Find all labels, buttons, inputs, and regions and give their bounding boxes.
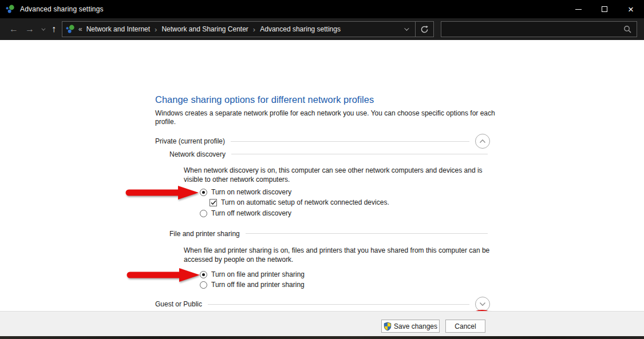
save-changes-button[interactable]: Save changes [381,320,440,333]
section-guest-or-public: Guest or Public [155,297,490,312]
search-icon[interactable] [623,25,632,34]
cancel-label: Cancel [455,322,476,330]
window-title: Advanced sharing settings [20,5,104,13]
maximize-icon [602,6,607,12]
option-label: Turn on network discovery [211,188,291,196]
file-printer-description: When file and printer sharing is on, fil… [184,246,500,264]
network-discovery-label: Network discovery [169,150,226,158]
subsection-divider-line [231,154,488,154]
radio-turn-on-network-discovery[interactable] [200,189,207,196]
up-button[interactable]: ↑ [47,18,61,40]
breadcrumb: « Network and Internet › Network and Sha… [62,21,416,37]
annotation-arrow-file-printer-sharing [125,268,202,282]
close-button[interactable]: × [618,0,644,18]
radio-turn-off-network-discovery[interactable] [200,210,207,217]
section-divider-line [208,304,469,305]
collapse-private-button[interactable] [475,134,490,149]
section-private: Private (current profile) [155,134,490,149]
annotation-arrow-network-discovery [124,185,200,200]
back-icon: ← [9,24,18,34]
breadcrumb-item-network-and-sharing-center[interactable]: Network and Sharing Center [161,25,248,33]
minimize-icon [575,9,582,10]
breadcrumb-collapse-icon[interactable]: « [78,25,82,33]
option-turn-on-network-discovery: Turn on network discovery [200,188,291,196]
breadcrumb-separator[interactable]: › [155,25,157,34]
option-automatic-setup: Turn on automatic setup of network conne… [210,198,389,206]
cancel-button[interactable]: Cancel [445,320,485,333]
desktop-edge-strip [0,336,644,339]
option-turn-off-file-printer-sharing: Turn off file and printer sharing [200,281,305,289]
maximize-button[interactable] [591,0,618,18]
chevron-down-icon [404,26,409,30]
recent-pages-button[interactable] [37,18,48,40]
section-private-label: Private (current profile) [155,137,225,145]
intro-text: Windows creates a separate network profi… [155,109,495,126]
minimize-button[interactable] [565,0,591,18]
save-changes-label: Save changes [394,322,437,330]
breadcrumb-item-network-and-internet[interactable]: Network and Internet [86,25,150,33]
option-label: Turn off network discovery [211,209,291,217]
search-box [441,21,637,37]
navigation-bar: ← → ↑ « Network and Internet › Network a… [0,18,644,40]
close-icon: × [628,5,634,14]
breadcrumb-separator[interactable]: › [253,25,255,34]
network-discovery-description: When network discovery is on, this compu… [184,166,500,184]
option-turn-on-file-printer-sharing: Turn on file and printer sharing [200,270,305,278]
subsection-divider-line [246,233,488,234]
forward-icon: → [25,24,34,34]
option-label: Turn on file and printer sharing [211,270,305,278]
guest-or-public-label: Guest or Public [155,300,202,308]
checkbox-automatic-setup[interactable] [210,199,217,206]
option-label: Turn off file and printer sharing [211,281,305,289]
breadcrumb-dropdown-button[interactable] [397,22,415,37]
subsection-network-discovery: Network discovery [169,150,488,158]
chevron-down-icon [41,26,45,30]
network-sharing-icon [6,5,15,14]
refresh-button[interactable] [416,21,434,37]
chevron-up-icon [479,139,486,143]
settings-content: Change sharing options for different net… [0,40,644,311]
file-printer-sharing-label: File and printer sharing [169,230,240,238]
up-icon: ↑ [52,24,56,34]
section-divider-line [231,141,469,142]
breadcrumb-item-advanced-sharing-settings[interactable]: Advanced sharing settings [260,25,341,33]
uac-shield-icon [384,322,392,331]
network-sharing-icon [66,25,75,34]
window-controls: × [565,0,644,18]
back-button[interactable]: ← [6,18,22,40]
advanced-sharing-settings-window: Advanced sharing settings × ← → ↑ « Netw… [0,0,644,339]
search-input[interactable] [441,22,623,37]
title-bar: Advanced sharing settings × [0,0,644,18]
refresh-icon [420,25,429,34]
checkmark-icon [211,200,216,205]
chevron-down-icon [479,302,486,306]
option-label: Turn on automatic setup of network conne… [221,198,389,206]
page-title: Change sharing options for different net… [155,94,374,105]
footer-bar: Save changes Cancel [0,312,644,336]
option-turn-off-network-discovery: Turn off network discovery [200,209,291,217]
forward-button[interactable]: → [22,18,38,40]
subsection-file-printer-sharing: File and printer sharing [169,229,488,238]
